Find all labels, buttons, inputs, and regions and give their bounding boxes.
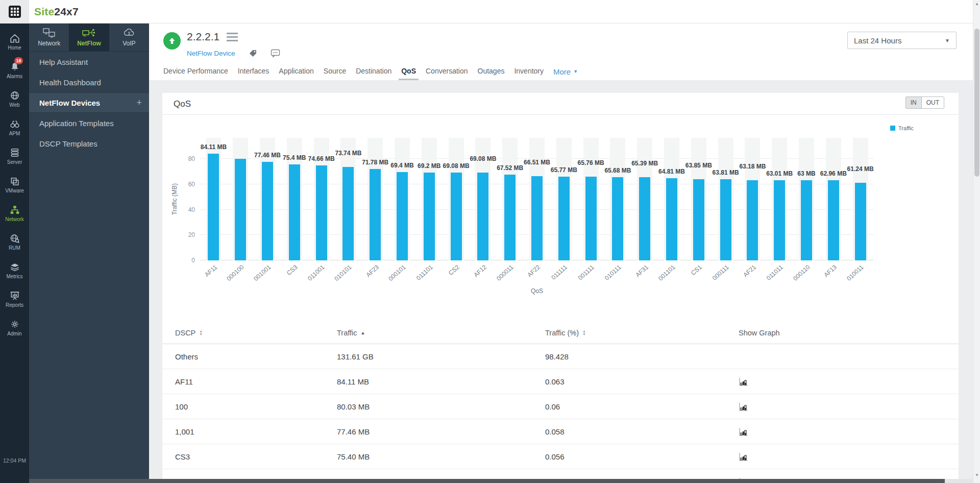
column-label: Show Graph	[739, 329, 780, 337]
traffic-cell: 84.11 MB	[337, 377, 545, 386]
x-tick-label: AF13	[822, 263, 838, 279]
bar-value-label: 77.46 MB	[254, 152, 281, 159]
bar-slot-011111: 65.77 MB011111	[550, 138, 577, 260]
metrics-layers-icon	[10, 262, 20, 272]
sidebar-tab-voip[interactable]: VoIP	[109, 23, 149, 51]
app-launcher-button[interactable]	[0, 0, 29, 23]
rail-item-metrics[interactable]: Metrics	[0, 256, 29, 285]
pct-cell: 0.063	[545, 377, 739, 386]
tag-icon[interactable]	[249, 49, 257, 58]
tab-inventory[interactable]: Inventory	[514, 63, 544, 80]
sidebar-item-help-assistant[interactable]: Help Assistant	[29, 52, 149, 72]
traffic-bar	[747, 180, 758, 260]
rail-item-rum[interactable]: RUM	[0, 228, 29, 256]
column-header-traffic[interactable]: Traffic▲	[337, 329, 545, 337]
column-label: Traffic	[337, 329, 357, 337]
vertical-scrollbar-thumb[interactable]	[974, 29, 979, 177]
tab-source[interactable]: Source	[324, 63, 346, 80]
traffic-bar	[424, 173, 435, 260]
bar-value-label: 63.81 MB	[713, 169, 739, 176]
column-header-traffic[interactable]: Traffic (%)▲▼	[545, 329, 739, 337]
show-graph-icon[interactable]	[739, 452, 748, 461]
device-name: 2.2.2.1	[187, 31, 219, 43]
scroll-up-icon[interactable]: ▲	[973, 2, 980, 6]
tab-application[interactable]: Application	[279, 63, 314, 80]
tab-destination[interactable]: Destination	[356, 63, 391, 80]
table-row: Others131.61 GB98.428	[162, 344, 959, 369]
x-tick-label: 001001	[252, 263, 272, 282]
traffic-bar	[801, 180, 812, 260]
toggle-out-button[interactable]: OUT	[922, 97, 944, 108]
tab-device-performance[interactable]: Device Performance	[163, 63, 228, 80]
x-tick-label: AF12	[472, 263, 488, 279]
bar-slot-CS3: 75.4 MBCS3	[281, 138, 308, 260]
show-graph-icon[interactable]	[739, 402, 748, 411]
sidebar-item-netflow-devices[interactable]: NetFlow Devices +	[29, 92, 149, 113]
sidebar-tab-netflow[interactable]: NetFlow	[69, 23, 109, 51]
bar-value-label: 69.08 MB	[470, 155, 496, 162]
rail-item-server[interactable]: Server	[0, 142, 29, 171]
tab-more[interactable]: More▼	[553, 67, 578, 76]
top-bar: Site24x7	[0, 0, 980, 23]
traffic-bar	[612, 177, 623, 260]
tab-interfaces[interactable]: Interfaces	[238, 63, 269, 80]
rail-item-web[interactable]: Web	[0, 85, 29, 113]
horizontal-scrollbar[interactable]	[29, 479, 973, 483]
traffic-bar	[558, 177, 570, 260]
tab-conversation[interactable]: Conversation	[426, 63, 468, 80]
show-graph-icon[interactable]	[739, 427, 748, 436]
traffic-bar	[451, 173, 462, 260]
bar-value-label: 64.81 MB	[658, 168, 685, 175]
add-netflow-device-icon[interactable]: +	[136, 98, 142, 108]
device-type-link[interactable]: NetFlow Device	[187, 50, 235, 57]
show-graph-cell	[739, 427, 959, 436]
traffic-bar	[370, 169, 381, 260]
bar-value-label: 63 MB	[797, 170, 815, 177]
bar-slot-011001: 74.66 MB011001	[308, 138, 335, 260]
rail-item-alarms[interactable]: 18 Alarms	[0, 56, 29, 85]
vertical-scrollbar[interactable]: ▲ ▼	[973, 0, 980, 483]
bar-slot-000111: 63.81 MB000111	[712, 138, 739, 260]
rail-item-apm[interactable]: APM	[0, 113, 29, 142]
table-body: Others131.61 GB98.428AF1184.11 MB0.06310…	[162, 344, 959, 483]
sidebar-item-health-dashboard[interactable]: Health Dashboard	[29, 72, 149, 92]
bar-value-label: 75.4 MB	[283, 154, 306, 161]
bar-value-label: 74.66 MB	[308, 155, 335, 162]
show-graph-icon[interactable]	[739, 377, 748, 386]
dscp-cell: 1,001	[175, 427, 337, 436]
scroll-down-icon[interactable]: ▼	[973, 473, 980, 477]
rail-item-vmware[interactable]: VMware	[0, 171, 29, 199]
tab-qos[interactable]: QoS	[401, 63, 416, 80]
pct-cell: 0.06	[545, 402, 739, 411]
rail-item-admin[interactable]: Admin	[0, 313, 29, 342]
rail-item-home[interactable]: Home	[0, 28, 29, 56]
bar-slot-AF31: 65.39 MBAF31	[631, 138, 658, 260]
tab-outages[interactable]: Outages	[478, 63, 505, 80]
toggle-in-button[interactable]: IN	[906, 97, 922, 108]
rail-item-network[interactable]: Network	[0, 199, 29, 228]
rail-item-reports[interactable]: Reports	[0, 285, 29, 313]
x-tick-label: CS2	[447, 263, 461, 277]
traffic-bar	[289, 164, 300, 260]
sidebar-item-application-templates[interactable]: Application Templates	[29, 113, 149, 133]
time-range-select[interactable]: Last 24 Hours ▼	[847, 32, 957, 49]
bar-slot-AF13: 62.96 MBAF13	[820, 138, 847, 260]
sidebar-item-dscp-templates[interactable]: DSCP Templates	[29, 133, 149, 154]
y-tick-label: 80	[188, 155, 195, 162]
dscp-cell: 100	[175, 402, 337, 411]
column-header-dscp[interactable]: DSCP▲▼	[175, 329, 337, 337]
server-icon	[10, 148, 20, 157]
legend-swatch	[890, 126, 895, 131]
bar-slot-CS2: 69.08 MBCS2	[443, 138, 470, 260]
table-row: 10080.03 MB0.06	[162, 394, 959, 419]
comment-icon[interactable]	[271, 49, 280, 58]
traffic-bar	[531, 176, 543, 260]
bar-slot-010101: 73.74 MB010101	[335, 138, 362, 260]
device-menu-icon[interactable]	[227, 33, 238, 41]
x-tick-label: 000011	[495, 263, 514, 282]
bar-value-label: 71.78 MB	[362, 159, 388, 166]
left-rail: Home 18 Alarms Web APM Server VMware Net…	[0, 23, 29, 483]
table-header-row: DSCP▲▼Traffic▲Traffic (%)▲▼Show Graph	[162, 322, 959, 344]
horizontal-scrollbar-thumb[interactable]	[29, 479, 945, 483]
sidebar-tab-network[interactable]: Network	[29, 23, 69, 51]
